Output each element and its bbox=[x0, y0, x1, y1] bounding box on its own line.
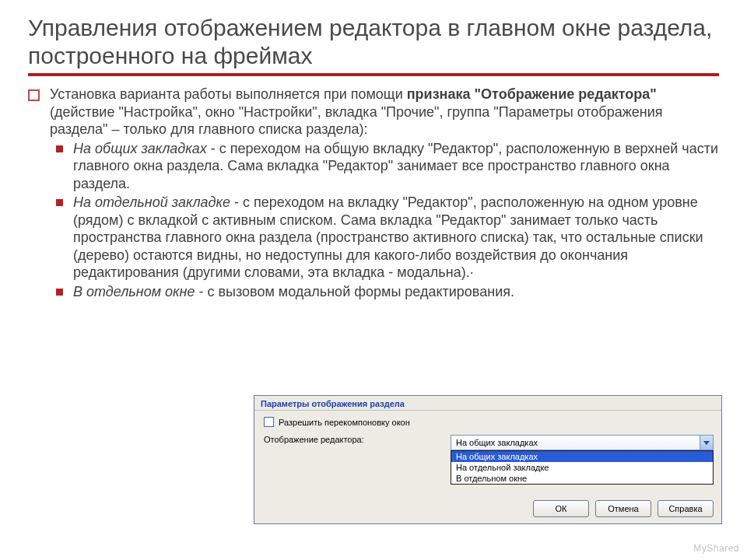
checkbox-icon[interactable] bbox=[264, 417, 274, 427]
title-underline bbox=[28, 73, 719, 76]
intro-post: (действие "Настройка", окно "Настройки",… bbox=[50, 104, 662, 138]
field-label: Отображение редактора: bbox=[264, 435, 451, 444]
combo-option[interactable]: На общих закладках bbox=[451, 451, 713, 462]
group-title: Параметры отображения раздела bbox=[254, 396, 721, 411]
intro-bullet: Установка варианта работы выполняется пр… bbox=[28, 86, 719, 138]
watermark: MyShared bbox=[693, 543, 739, 554]
help-button[interactable]: Справка bbox=[658, 500, 714, 517]
chevron-down-icon[interactable] bbox=[700, 436, 713, 450]
intro-pre: Установка варианта работы выполняется пр… bbox=[50, 86, 407, 102]
intro-bold: признака "Отображение редактора" bbox=[407, 86, 657, 102]
editor-display-combo[interactable]: На общих закладках bbox=[451, 435, 714, 450]
option-lead: В отдельном окне bbox=[73, 284, 195, 299]
checkbox-row[interactable]: Разрешить перекомпоновку окон bbox=[264, 417, 714, 427]
option-rest: - с вызовом модальной формы редактирован… bbox=[195, 284, 514, 299]
settings-dialog: Параметры отображения раздела Разрешить … bbox=[254, 395, 722, 524]
checkbox-label: Разрешить перекомпоновку окон bbox=[279, 418, 410, 427]
cancel-button[interactable]: Отмена bbox=[595, 500, 651, 517]
dialog-button-row: ОК Отмена Справка bbox=[254, 495, 721, 523]
option-lead: На общих закладках bbox=[73, 141, 207, 156]
option-bullet-1: На общих закладках - с переходом на общу… bbox=[28, 140, 719, 193]
option-lead: На отдельной закладке bbox=[73, 194, 230, 210]
slide-title: Управления отображением редактора в глав… bbox=[28, 14, 719, 70]
slide-title-area: Управления отображением редактора в глав… bbox=[28, 14, 719, 76]
ok-button[interactable]: ОК bbox=[533, 500, 589, 517]
combo-option[interactable]: В отдельном окне bbox=[451, 473, 713, 484]
combo-selected-text: На общих закладках bbox=[456, 438, 538, 447]
combo-option[interactable]: На отдельной закладке bbox=[451, 462, 713, 473]
slide-body: Установка варианта работы выполняется пр… bbox=[28, 86, 719, 300]
option-bullet-2: На отдельной закладке - с переходом на в… bbox=[28, 194, 719, 282]
combo-dropdown[interactable]: На общих закладках На отдельной закладке… bbox=[451, 450, 714, 485]
option-bullet-3: В отдельном окне - с вызовом модальной ф… bbox=[28, 283, 719, 301]
